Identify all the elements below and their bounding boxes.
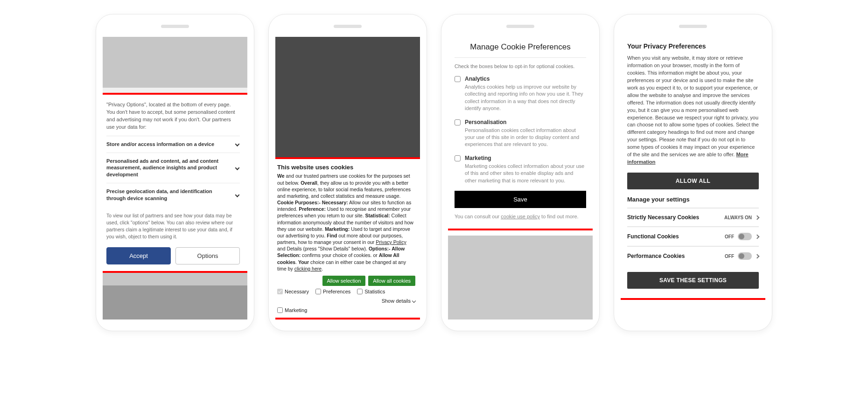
speaker-icon	[334, 25, 362, 28]
cookie-preferences-dialog: Manage Cookie Preferences Check the boxe…	[448, 37, 593, 230]
setting-state: ALWAYS ON	[724, 215, 752, 220]
setting-state: OFF	[725, 234, 734, 239]
dialog-footer-text: You can consult our cookie use policy to…	[455, 214, 586, 219]
allow-all-button[interactable]: ALLOW ALL	[627, 173, 759, 189]
toggle-switch[interactable]	[738, 252, 752, 260]
necessary-checkbox[interactable]: Necessary	[277, 289, 309, 294]
purpose-label: Personalised ads and content, ad and con…	[106, 158, 218, 178]
cookie-policy-link[interactable]: cookie use policy	[501, 214, 540, 219]
dialog-body-text: We and our trusted partners use cookies …	[277, 173, 415, 272]
privacy-policy-link[interactable]: Privacy Policy	[376, 239, 406, 245]
dialog-note-text: To view our list of partners and see how…	[106, 212, 240, 241]
setting-performance[interactable]: Performance Cookies OFF	[627, 246, 759, 265]
chevron-right-icon	[755, 254, 760, 258]
chevron-right-icon	[755, 234, 760, 239]
phone-frame-4: Your Privacy Preferences When you visit …	[614, 14, 772, 331]
marketing-checkbox[interactable]: Marketing	[277, 307, 415, 313]
category-marketing: Marketing Marketing cookies collect info…	[455, 155, 586, 184]
category-analytics: Analytics Analytics cookies help us impr…	[455, 76, 586, 112]
purpose-label: Store and/or access information on a dev…	[106, 141, 214, 147]
dialog-body-text: When you visit any website, it may store…	[627, 55, 759, 166]
cookie-dialog: "Privacy Options", located at the bottom…	[103, 93, 247, 273]
chevron-down-icon	[235, 166, 240, 170]
options-button[interactable]: Options	[175, 247, 240, 264]
category-title: Analytics	[465, 76, 586, 82]
page-background-strip	[448, 236, 593, 320]
setting-name: Functional Cookies	[627, 233, 721, 240]
side-button-icon	[427, 103, 427, 122]
side-button-icon	[772, 80, 772, 98]
chevron-down-icon	[235, 142, 240, 146]
side-button-icon	[772, 103, 772, 122]
setting-strictly-necessary[interactable]: Strictly Necessary Cookies ALWAYS ON	[627, 208, 759, 226]
phone-frame-2: This website uses cookies We and our tru…	[268, 14, 427, 331]
setting-functional[interactable]: Functional Cookies OFF	[627, 226, 759, 246]
dialog-title: Your Privacy Preferences	[627, 42, 759, 50]
chevron-down-icon	[412, 299, 416, 303]
accept-button[interactable]: Accept	[106, 247, 171, 264]
side-button-icon	[427, 80, 427, 98]
dialog-intro-text: Check the boxes below to opt-in for opti…	[455, 63, 586, 69]
phone-frame-3: Manage Cookie Preferences Check the boxe…	[441, 14, 600, 331]
dialog-intro-text: "Privacy Options", located at the bottom…	[106, 101, 240, 131]
dialog-title: This website uses cookies	[277, 164, 415, 171]
category-desc: Personalisation cookies collect informat…	[465, 127, 586, 148]
setting-name: Performance Cookies	[627, 253, 721, 259]
divider	[455, 57, 586, 58]
personalisation-checkbox[interactable]	[455, 119, 461, 125]
privacy-preferences-dialog: Your Privacy Preferences When you visit …	[621, 37, 765, 300]
side-button-icon	[254, 80, 254, 98]
purpose-label: Precise geolocation data, and identifica…	[106, 188, 212, 201]
marketing-checkbox[interactable]	[455, 155, 461, 161]
save-settings-button[interactable]: SAVE THESE SETTINGS	[627, 272, 759, 289]
chevron-right-icon	[755, 215, 760, 220]
save-button[interactable]: Save	[455, 191, 586, 208]
speaker-icon	[506, 25, 534, 28]
cookie-dialog: This website uses cookies We and our tru…	[275, 157, 420, 320]
purpose-row-geolocation[interactable]: Precise geolocation data, and identifica…	[106, 183, 240, 207]
toggle-switch[interactable]	[738, 233, 752, 240]
allow-selection-button[interactable]: Allow selection	[322, 276, 366, 286]
phone-frame-1: "Privacy Options", located at the bottom…	[96, 14, 254, 331]
manage-settings-heading: Manage your settings	[627, 196, 759, 203]
category-personalisation: Personalisation Personalisation cookies …	[455, 119, 586, 148]
category-desc: Analytics cookies help us improve our we…	[465, 83, 586, 112]
category-title: Marketing	[465, 155, 586, 161]
allow-all-cookies-button[interactable]: Allow all cookies	[368, 276, 415, 286]
statistics-checkbox[interactable]: Statistics	[357, 289, 385, 294]
analytics-checkbox[interactable]	[455, 76, 461, 82]
category-title: Personalisation	[465, 119, 586, 125]
speaker-icon	[161, 25, 189, 28]
speaker-icon	[679, 25, 707, 28]
purpose-row-store-access[interactable]: Store and/or access information on a dev…	[106, 136, 240, 153]
category-desc: Marketing cookies collect information ab…	[465, 163, 586, 184]
side-button-icon	[599, 80, 600, 98]
side-button-icon	[599, 103, 600, 122]
preferences-checkbox[interactable]: Preferences	[315, 289, 350, 294]
setting-name: Strictly Necessary Cookies	[627, 214, 721, 221]
purpose-row-personalised-ads[interactable]: Personalised ads and content, ad and con…	[106, 153, 240, 183]
clicking-here-link[interactable]: clicking here	[294, 266, 322, 271]
chevron-down-icon	[235, 193, 240, 197]
side-button-icon	[254, 103, 254, 122]
show-details-toggle[interactable]: Show details	[382, 298, 415, 304]
dialog-title: Manage Cookie Preferences	[455, 42, 586, 52]
setting-state: OFF	[725, 254, 734, 259]
